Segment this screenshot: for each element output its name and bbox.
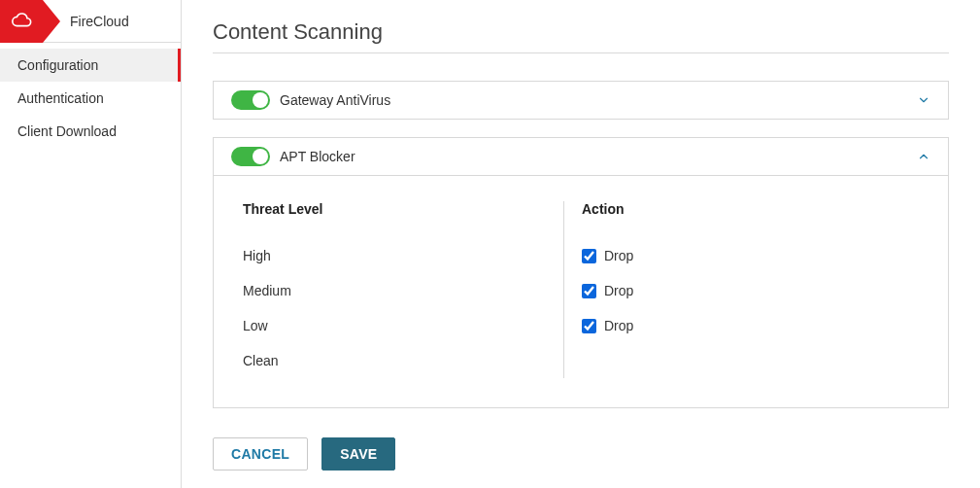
checkbox-action-low[interactable] [582,319,596,333]
sidebar: FireCloud Configuration Authentication C… [0,0,182,488]
column-header-action: Action [582,201,633,217]
panel-header-gateway-antivirus[interactable]: Gateway AntiVirus [214,82,948,119]
action-label-medium: Drop [604,283,633,298]
action-row-low: Drop [582,308,633,343]
sidebar-item-configuration[interactable]: Configuration [0,49,181,82]
panel-title-gateway-antivirus: Gateway AntiVirus [280,92,390,108]
threat-row-medium: Medium [243,273,563,308]
sidebar-item-authentication[interactable]: Authentication [0,82,181,115]
panel-apt-blocker: APT Blocker Threat Level High Medium Low… [213,137,949,408]
brand-logo [0,0,43,43]
sidebar-item-label: Client Download [17,123,117,139]
panel-title-apt-blocker: APT Blocker [280,149,355,164]
main-content: Content Scanning Gateway AntiVirus APT B… [182,0,980,488]
page-title: Content Scanning [213,19,949,45]
page-title-wrap: Content Scanning [213,19,949,53]
panel-gateway-antivirus: Gateway AntiVirus [213,81,949,120]
brand-title: FireCloud [70,14,129,29]
cancel-button[interactable]: CANCEL [213,437,308,471]
threat-row-clean: Clean [243,343,563,378]
button-row: CANCEL SAVE [213,437,949,471]
cloud-icon [11,11,32,32]
checkbox-action-high[interactable] [582,249,596,263]
threat-row-high: High [243,238,563,273]
chevron-up-icon [917,150,930,163]
column-action: Action Drop Drop Drop [563,201,633,378]
apt-columns: Threat Level High Medium Low Clean Actio… [243,201,919,378]
toggle-gateway-antivirus[interactable] [231,90,270,110]
column-header-threat: Threat Level [243,201,563,217]
action-label-low: Drop [604,318,633,333]
action-row-medium: Drop [582,273,633,308]
action-row-high: Drop [582,238,633,273]
chevron-down-icon [917,93,930,107]
sidebar-nav: Configuration Authentication Client Down… [0,43,181,148]
panel-body-apt-blocker: Threat Level High Medium Low Clean Actio… [214,175,948,407]
checkbox-action-medium[interactable] [582,284,596,298]
threat-row-low: Low [243,308,563,343]
toggle-apt-blocker[interactable] [231,147,270,166]
action-label-high: Drop [604,248,633,263]
save-button[interactable]: SAVE [321,437,395,471]
column-threat-level: Threat Level High Medium Low Clean [243,201,563,378]
sidebar-item-client-download[interactable]: Client Download [0,115,181,148]
panel-header-apt-blocker[interactable]: APT Blocker [214,138,948,175]
brand-row: FireCloud [0,0,181,43]
sidebar-item-label: Configuration [17,57,98,73]
sidebar-item-label: Authentication [17,90,104,106]
